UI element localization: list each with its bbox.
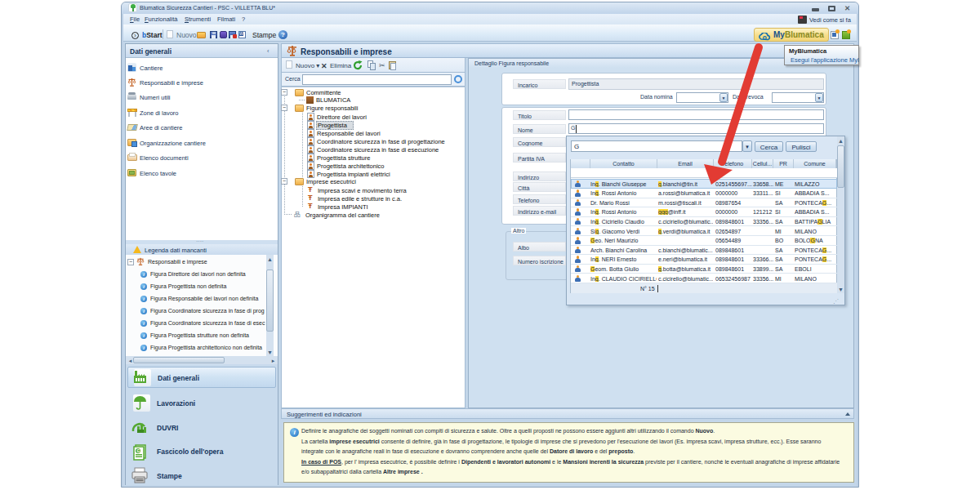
svg-text:G: G — [137, 448, 140, 453]
